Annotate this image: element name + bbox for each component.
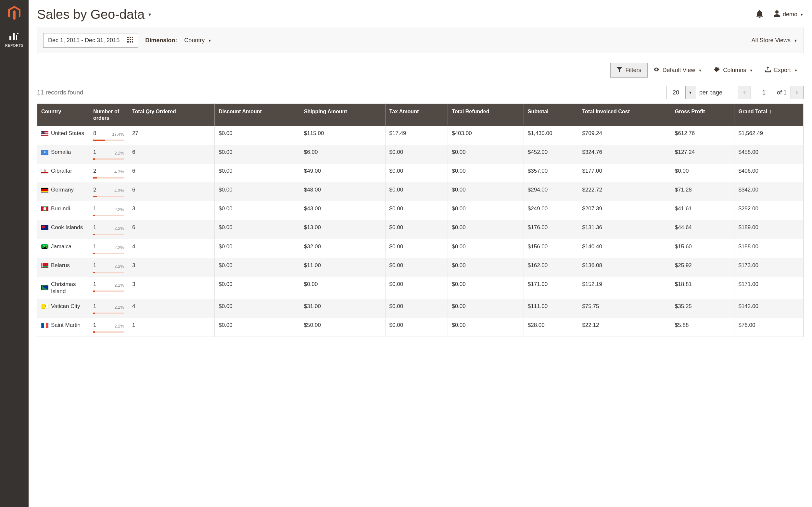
cell-grand: $171.00 <box>734 277 804 299</box>
cell-discount: $0.00 <box>215 220 300 239</box>
next-page-button[interactable] <box>791 86 804 99</box>
orders-count: 1 <box>93 149 96 155</box>
cell-shipping: $6.00 <box>300 145 385 164</box>
filters-label: Filters <box>625 67 642 74</box>
user-menu[interactable]: demo ▼ <box>774 10 804 19</box>
col-discount[interactable]: Discount Amount <box>215 104 300 126</box>
cell-profit: $127.24 <box>671 145 734 164</box>
export-button[interactable]: Export ▼ <box>759 63 804 77</box>
country-name: Christmas Island <box>51 281 85 295</box>
col-grand[interactable]: Grand Total↑ <box>734 104 804 126</box>
orders-count: 1 <box>93 243 96 249</box>
cell-qty: 3 <box>128 201 215 220</box>
sort-asc-icon: ↑ <box>769 109 772 114</box>
cell-shipping: $48.00 <box>300 182 385 201</box>
table-row[interactable]: United States 817.4% 27 $0.00 $115.00 $1… <box>37 126 804 145</box>
cell-refunded: $0.00 <box>448 145 524 164</box>
svg-rect-10 <box>132 39 133 40</box>
table-row[interactable]: Gibraltar 24.3% 6 $0.00 $49.00 $0.00 $0.… <box>37 164 804 182</box>
cell-refunded: $0.00 <box>448 299 524 318</box>
col-orders[interactable]: Number of orders <box>89 104 128 126</box>
main-content: Sales by Geo-data ▾ demo ▼ Dec 1, 2015 -… <box>29 0 812 507</box>
table-row[interactable]: Germany 24.3% 6 $0.00 $48.00 $0.00 $0.00… <box>37 182 804 201</box>
col-country[interactable]: Country <box>37 104 89 126</box>
orders-pct: 2.2% <box>114 207 124 213</box>
table-row[interactable]: Burundi 12.2% 3 $0.00 $43.00 $0.00 $0.00… <box>37 201 804 220</box>
view-bookmarks-button[interactable]: Default View ▼ <box>648 63 708 77</box>
date-range-picker[interactable]: Dec 1, 2015 - Dec 31, 2015 <box>43 33 138 48</box>
country-name: Cook Islands <box>51 224 83 231</box>
chevron-down-icon: ▼ <box>698 68 702 72</box>
flag-icon <box>41 323 48 328</box>
cell-subtotal: $171.00 <box>523 277 578 299</box>
prev-page-button[interactable] <box>738 86 751 99</box>
cell-tax: $0.00 <box>385 299 448 318</box>
table-row[interactable]: Cook Islands 12.2% 6 $0.00 $13.00 $0.00 … <box>37 220 804 239</box>
filters-button[interactable]: Filters <box>610 63 648 77</box>
calendar-grid-icon <box>127 37 133 44</box>
cell-shipping: $43.00 <box>300 201 385 220</box>
cell-refunded: $0.00 <box>448 239 524 258</box>
dimension-value: Country <box>184 37 205 44</box>
table-row[interactable]: Saint Martin 12.2% 1 $0.00 $50.00 $0.00 … <box>37 318 804 337</box>
col-grand-label: Grand Total <box>738 109 767 114</box>
title-dropdown-icon[interactable]: ▾ <box>148 11 151 17</box>
table-row[interactable]: Vatican City 12.2% 4 $0.00 $31.00 $0.00 … <box>37 299 804 318</box>
cell-invoiced: $22.12 <box>578 318 671 337</box>
cell-shipping: $31.00 <box>300 299 385 318</box>
dimension-select[interactable]: Country ▼ <box>184 37 211 44</box>
table-row[interactable]: Jamaica 12.2% 4 $0.00 $32.00 $0.00 $0.00… <box>37 239 804 258</box>
country-name: Jamaica <box>51 243 71 250</box>
col-tax[interactable]: Tax Amount <box>385 104 448 126</box>
columns-button[interactable]: Columns ▼ <box>708 63 759 77</box>
current-page-input[interactable] <box>755 86 773 99</box>
cell-profit: $18.81 <box>671 277 734 299</box>
orders-bar <box>93 313 124 314</box>
col-invoiced[interactable]: Total Invoiced Cost <box>578 104 671 126</box>
cell-shipping: $13.00 <box>300 220 385 239</box>
cell-profit: $41.61 <box>671 201 734 220</box>
cell-refunded: $0.00 <box>448 258 524 277</box>
cell-qty: 3 <box>128 277 215 299</box>
cell-tax: $0.00 <box>385 164 448 182</box>
col-subtotal[interactable]: Subtotal <box>523 104 578 126</box>
orders-count: 1 <box>93 303 96 309</box>
cell-grand: $189.00 <box>734 220 804 239</box>
eye-icon <box>654 66 659 74</box>
sales-geo-grid: Country Number of orders Total Qty Order… <box>37 104 804 337</box>
cell-refunded: $0.00 <box>448 277 524 299</box>
table-row[interactable]: Belarus 12.2% 3 $0.00 $11.00 $0.00 $0.00… <box>37 258 804 277</box>
orders-count: 1 <box>93 322 96 328</box>
col-qty[interactable]: Total Qty Ordered <box>128 104 215 126</box>
col-refunded[interactable]: Total Refunded <box>448 104 524 126</box>
cell-qty: 6 <box>128 164 215 182</box>
cell-tax: $0.00 <box>385 182 448 201</box>
cell-invoiced: $152.19 <box>578 277 671 299</box>
orders-bar <box>93 290 124 292</box>
orders-bar <box>93 272 124 273</box>
cell-discount: $0.00 <box>215 258 300 277</box>
cell-grand: $188.00 <box>734 239 804 258</box>
nav-reports[interactable]: REPORTS <box>0 29 29 53</box>
store-scope-select[interactable]: All Store Views ▼ <box>751 37 797 44</box>
flag-icon <box>41 244 48 249</box>
store-scope-value: All Store Views <box>751 37 791 44</box>
cell-profit: $612.76 <box>671 126 734 145</box>
svg-rect-9 <box>130 39 131 40</box>
col-profit[interactable]: Gross Profit <box>671 104 734 126</box>
magento-logo[interactable] <box>0 0 29 29</box>
cell-qty: 6 <box>128 145 215 164</box>
table-row[interactable]: Christmas Island 12.2% 3 $0.00 $0.00 $0.… <box>37 277 804 299</box>
table-row[interactable]: Somalia 12.2% 6 $0.00 $6.00 $0.00 $0.00 … <box>37 145 804 164</box>
orders-bar <box>93 177 124 178</box>
page-size-dropdown[interactable]: ▼ <box>686 86 695 99</box>
cell-grand: $292.00 <box>734 201 804 220</box>
chart-bar-icon <box>0 32 29 42</box>
default-view-label: Default View <box>663 67 695 74</box>
cell-invoiced: $222.72 <box>578 182 671 201</box>
notifications-icon[interactable] <box>756 10 763 19</box>
flag-icon <box>41 150 48 155</box>
cell-invoiced: $131.36 <box>578 220 671 239</box>
col-shipping[interactable]: Shipping Amount <box>300 104 385 126</box>
svg-rect-5 <box>127 37 129 38</box>
